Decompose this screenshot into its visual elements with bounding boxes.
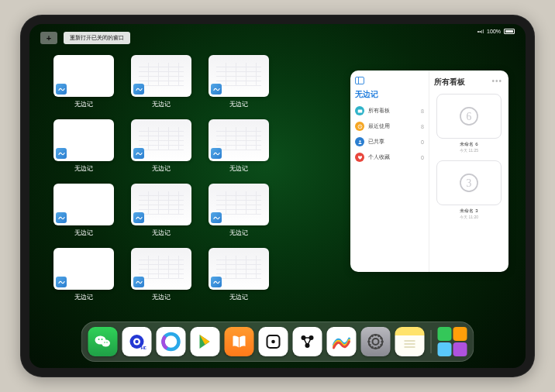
freeform-app-icon	[211, 84, 222, 95]
reopen-closed-window-button[interactable]: 重新打开已关闭的窗口	[64, 32, 130, 44]
dock-app-library[interactable]	[438, 327, 467, 356]
window-label: 无边记	[229, 100, 248, 108]
svg-line-38	[372, 335, 374, 337]
window-thumb[interactable]: 无边记	[208, 248, 270, 301]
category-label: 最近使用	[368, 122, 417, 130]
panel-content: 所有看板 6 未命名 6 今天 11:25 3 未命名 3 今天 11:20	[429, 70, 508, 272]
svg-text:HD: HD	[141, 346, 147, 350]
category-label: 已共享	[368, 138, 417, 146]
dock-app-wechat[interactable]	[88, 327, 118, 356]
svg-point-21	[271, 340, 275, 344]
dock-app-freeform[interactable]	[327, 327, 357, 356]
window-label: 无边记	[152, 229, 171, 237]
window-thumb[interactable]: 无边记	[53, 248, 115, 301]
freeform-app-icon	[56, 277, 67, 287]
category-count: 0	[421, 155, 424, 160]
window-thumb[interactable]: 无边记	[208, 119, 270, 173]
dock-app-books[interactable]	[225, 327, 254, 356]
svg-line-28	[378, 335, 380, 337]
window-thumb[interactable]: 无边记	[130, 119, 192, 173]
window-thumb[interactable]: 无边记	[130, 55, 192, 108]
window-label: 无边记	[74, 293, 93, 301]
svg-point-11	[104, 342, 105, 343]
window-thumb[interactable]: 无边记	[130, 248, 192, 301]
board-name: 未命名 3	[434, 208, 504, 215]
panel-sidebar: 无边记 所有看板 8 最近使用 8 已共享 0 个人收藏 0	[350, 70, 429, 272]
category-item[interactable]: 已共享 0	[355, 137, 424, 146]
freeform-app-icon	[133, 84, 144, 95]
svg-line-34	[372, 346, 374, 349]
freeform-app-icon	[133, 277, 144, 287]
dock-app-quark[interactable]: HD	[122, 327, 152, 356]
window-label: 无边记	[74, 100, 93, 108]
sidebar-toggle-icon[interactable]	[355, 77, 364, 84]
svg-point-15	[135, 340, 138, 343]
board-time: 今天 11:25	[434, 148, 504, 153]
dock-app-dice[interactable]	[259, 327, 288, 356]
battery-text: 100%	[487, 29, 501, 34]
board-time: 今天 11:20	[434, 215, 504, 219]
category-icon	[355, 137, 364, 146]
window-preview	[53, 119, 114, 161]
dock-app-play[interactable]	[191, 327, 220, 356]
window-thumb[interactable]: 无边记	[53, 119, 115, 173]
freeform-app-icon	[56, 148, 67, 159]
window-preview	[209, 119, 269, 161]
new-window-button[interactable]: +	[40, 32, 57, 44]
window-preview	[209, 55, 269, 97]
window-preview	[53, 248, 114, 290]
signal-icon: ••ıl	[477, 29, 484, 34]
category-count: 8	[421, 124, 424, 129]
category-label: 所有看板	[368, 107, 417, 115]
freeform-app-icon	[56, 212, 67, 223]
category-count: 8	[421, 108, 424, 114]
freeform-panel[interactable]: ••• 无边记 所有看板 8 最近使用 8 已共享 0 个人收藏 0 所有看板 …	[350, 70, 508, 272]
dock-separator	[431, 330, 432, 353]
window-label: 无边记	[74, 164, 93, 173]
category-label: 个人收藏	[368, 153, 417, 161]
dock-app-connect[interactable]	[293, 327, 322, 356]
window-thumb[interactable]: 无边记	[208, 55, 270, 108]
board-card[interactable]: 6 未命名 6 今天 11:25	[434, 94, 504, 153]
svg-line-29	[381, 338, 383, 339]
freeform-app-icon	[211, 277, 222, 287]
board-card[interactable]: 3 未命名 3 今天 11:20	[434, 160, 504, 219]
freeform-app-icon	[133, 148, 144, 159]
window-preview	[209, 248, 269, 290]
window-preview	[131, 55, 191, 97]
svg-rect-0	[357, 109, 362, 112]
dock: HD	[81, 322, 474, 362]
window-thumb[interactable]: 无边记	[208, 184, 270, 237]
window-thumb[interactable]: 无边记	[53, 184, 115, 237]
svg-point-25	[369, 335, 383, 349]
category-item[interactable]: 所有看板 8	[355, 106, 424, 115]
svg-line-35	[369, 345, 371, 346]
screen: ••ıl 100% + 重新打开已关闭的窗口 无边记无边记无边记无边记无边记无边…	[29, 24, 526, 368]
battery-icon	[504, 29, 515, 34]
window-thumb[interactable]: 无边记	[53, 55, 115, 108]
category-icon	[355, 122, 364, 131]
window-thumb[interactable]: 无边记	[130, 184, 192, 237]
panel-more-icon[interactable]: •••	[491, 77, 502, 85]
window-label: 无边记	[229, 293, 248, 301]
svg-point-8	[102, 340, 110, 347]
category-icon	[355, 153, 364, 162]
svg-line-31	[381, 345, 383, 346]
dock-app-browser[interactable]	[157, 327, 186, 356]
category-item[interactable]: 最近使用 8	[355, 122, 424, 131]
window-label: 无边记	[74, 229, 93, 237]
svg-point-9	[98, 339, 100, 340]
dock-app-notes[interactable]	[395, 327, 425, 356]
category-item[interactable]: 个人收藏 0	[355, 153, 424, 162]
window-preview	[53, 184, 114, 225]
top-controls: + 重新打开已关闭的窗口	[40, 32, 130, 44]
board-name: 未命名 6	[434, 141, 504, 148]
window-preview	[131, 119, 191, 161]
category-icon	[355, 106, 364, 115]
svg-point-26	[373, 339, 379, 345]
window-preview	[131, 184, 191, 225]
dock-app-settings[interactable]	[361, 327, 391, 356]
window-preview	[53, 55, 114, 97]
window-label: 无边记	[152, 164, 171, 173]
window-label: 无边记	[152, 293, 171, 301]
